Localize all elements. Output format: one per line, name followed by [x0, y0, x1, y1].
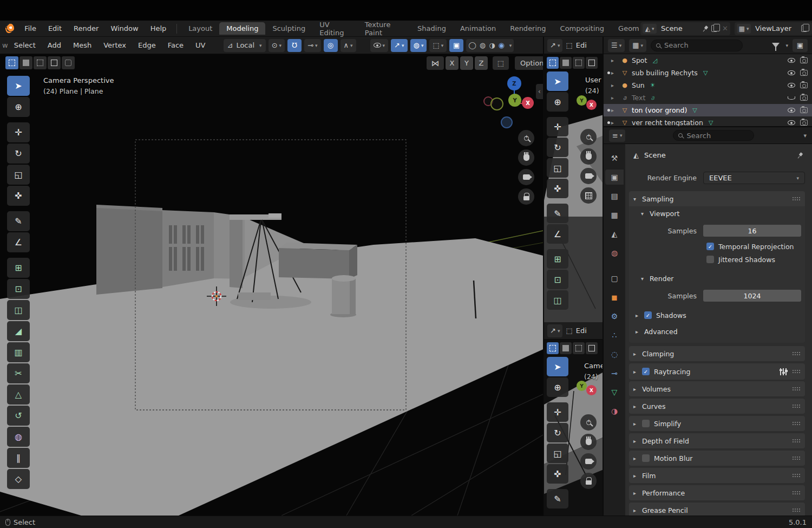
- grid-view-button[interactable]: [580, 187, 597, 204]
- panel-performance[interactable]: ▸ Performance: [629, 485, 805, 500]
- select-circle-button[interactable]: [586, 342, 598, 354]
- outliner-row-sun[interactable]: ▸ ● Sun ☀: [604, 79, 812, 92]
- select-box-button[interactable]: [560, 342, 572, 354]
- shading-material-button[interactable]: ◑: [489, 41, 495, 49]
- pivot-point-dropdown[interactable]: ⊙▾: [269, 39, 285, 52]
- hide-viewport-toggle[interactable]: [788, 83, 795, 88]
- tool-scale[interactable]: ◱: [547, 444, 568, 463]
- zoom-button[interactable]: [518, 130, 534, 146]
- temporal-reprojection-checkbox[interactable]: ✓: [706, 243, 714, 250]
- tool-add-cube[interactable]: ⊞: [7, 258, 30, 278]
- gizmos-dropdown[interactable]: ↗▾: [391, 39, 407, 52]
- tab-rendering[interactable]: Rendering: [503, 22, 553, 35]
- tab-physics[interactable]: ◌: [605, 347, 624, 362]
- tab-shading[interactable]: Shading: [410, 22, 453, 35]
- disable-render-toggle[interactable]: [800, 57, 808, 63]
- mirror-icon-button[interactable]: ⋈: [427, 56, 444, 70]
- filter-dropdown[interactable]: ▾: [785, 43, 788, 48]
- proportional-editing-toggle[interactable]: ◎: [324, 39, 338, 52]
- mirror-x-button[interactable]: X: [446, 56, 459, 70]
- panel-raytracing[interactable]: ▸ ✓ Raytracing: [629, 363, 805, 380]
- menu-add[interactable]: Add: [42, 41, 67, 49]
- viewport-3d[interactable]: ⋈ X Y Z ⬚ Options▾ Camera Perspective (2…: [0, 54, 543, 516]
- menu-window[interactable]: Window: [104, 24, 144, 32]
- render-samples-field[interactable]: 1024: [703, 290, 801, 302]
- menu-render[interactable]: Render: [68, 24, 104, 32]
- panel-volumes[interactable]: ▸ Volumes: [629, 381, 805, 396]
- tool-rotate[interactable]: ↻: [547, 423, 568, 442]
- panel-grip[interactable]: [792, 421, 801, 426]
- tool-tweak-select[interactable]: ➤: [7, 76, 30, 96]
- mini-viewport-top[interactable]: User (24) Y X ➤ ⊕ ✛ ↻ ◱ ✜ ✎ ∠ ⊞ ⊡ ◫: [543, 54, 603, 322]
- gizmo-z-axis[interactable]: Z: [507, 76, 521, 90]
- hide-viewport-toggle[interactable]: [788, 96, 795, 100]
- panel-film[interactable]: ▸ Film: [629, 468, 805, 483]
- tool-tweak-select[interactable]: ➤: [547, 357, 568, 376]
- tool-inset-faces[interactable]: ◫: [547, 290, 568, 310]
- tool-move[interactable]: ✛: [547, 402, 568, 422]
- tool-rip-region[interactable]: ◇: [7, 469, 30, 489]
- delete-scene-icon[interactable]: ✕: [722, 24, 728, 32]
- panel-grip[interactable]: [792, 439, 801, 444]
- scene-selector[interactable]: ◭▾ Scene ✕: [640, 22, 730, 35]
- mini-mode-label[interactable]: Edi: [576, 41, 587, 49]
- menu-mesh[interactable]: Mesh: [67, 41, 97, 49]
- select-lasso-button[interactable]: [573, 57, 585, 69]
- outliner-row-sub-builing[interactable]: ▸ ▽ sub builing Rechyts ▽: [604, 67, 812, 79]
- zoom-button[interactable]: [580, 129, 597, 145]
- menu-face[interactable]: Face: [162, 41, 189, 49]
- snap-settings-dropdown[interactable]: ⊸▾: [304, 39, 320, 52]
- show-object-types-dropdown[interactable]: ▾: [370, 39, 389, 52]
- tab-modifiers[interactable]: ⚙: [605, 309, 624, 324]
- menu-edge[interactable]: Edge: [132, 41, 162, 49]
- lock-view-button[interactable]: [518, 188, 534, 205]
- outliner-search-input[interactable]: Search: [651, 40, 743, 51]
- shading-wireframe-button[interactable]: ◯: [468, 41, 476, 49]
- tab-compositing[interactable]: Compositing: [553, 22, 612, 35]
- clipped-view-menu[interactable]: w: [2, 41, 8, 49]
- outliner-row-ver-recht[interactable]: ▸ ▽ ver recht tengstation ▽: [604, 116, 812, 126]
- outliner-row-spot[interactable]: ▸ ● Spot ◿: [604, 54, 812, 67]
- mini-viewport-bottom[interactable]: ↗▾ ⬚ Edi Came (24) Y X ➤ ⊕ ✛ ↻ ◱ ✜: [543, 322, 603, 516]
- mirror-y-button[interactable]: Y: [460, 56, 473, 70]
- mini-gizmo-y[interactable]: Y: [577, 95, 587, 106]
- panel-sampling-header[interactable]: ▾ Sampling: [629, 191, 805, 206]
- mini-edit-mode-icon[interactable]: ⬚: [566, 41, 572, 49]
- properties-search-input[interactable]: Search: [673, 130, 754, 141]
- panel-depth-of-field[interactable]: ▸ Depth of Field: [629, 433, 805, 448]
- menu-file[interactable]: File: [18, 24, 42, 32]
- tool-tweak-select[interactable]: ➤: [547, 71, 568, 91]
- pan-hand-button[interactable]: [518, 149, 534, 166]
- select-lasso-button[interactable]: [34, 56, 47, 69]
- overlays-dropdown[interactable]: ◍▾: [410, 39, 427, 52]
- mini-mode-label[interactable]: Edi: [576, 327, 587, 335]
- disable-render-toggle[interactable]: [800, 120, 808, 126]
- pan-hand-button[interactable]: [580, 148, 597, 165]
- tool-cursor[interactable]: ⊕: [547, 92, 568, 112]
- hide-viewport-toggle[interactable]: [788, 120, 795, 125]
- simplify-checkbox[interactable]: [642, 420, 650, 427]
- mini-gizmo-x[interactable]: X: [586, 385, 597, 395]
- tool-cursor[interactable]: ⊕: [7, 97, 30, 117]
- tab-modeling[interactable]: Modeling: [219, 22, 265, 35]
- hide-viewport-toggle[interactable]: [788, 108, 795, 113]
- outliner-row-text[interactable]: ▸ a Text a: [604, 92, 812, 104]
- select-paint-button[interactable]: [62, 56, 75, 69]
- select-box-button[interactable]: [19, 56, 32, 69]
- panel-grip[interactable]: [792, 404, 801, 409]
- tab-sculpting[interactable]: Sculpting: [265, 22, 312, 35]
- panel-simplify[interactable]: ▸ Simplify: [629, 416, 805, 431]
- mini-gizmo-x[interactable]: X: [586, 100, 597, 110]
- disable-render-toggle[interactable]: [800, 95, 808, 101]
- tool-knife[interactable]: ✂: [7, 363, 30, 383]
- mesh-edit-overlays-dropdown[interactable]: ⬚▾: [429, 39, 447, 52]
- tool-extrude-region[interactable]: ⊡: [7, 279, 30, 299]
- lock-view-button[interactable]: [580, 473, 597, 489]
- tab-object-data[interactable]: ▽: [605, 384, 624, 400]
- pan-hand-button[interactable]: [580, 434, 597, 450]
- tab-geometry-nodes[interactable]: Geome: [611, 22, 639, 35]
- motion-blur-checkbox[interactable]: [642, 454, 650, 462]
- panel-grip[interactable]: [792, 508, 801, 513]
- disable-render-toggle[interactable]: [800, 82, 808, 88]
- tab-particles[interactable]: ∴: [605, 328, 624, 343]
